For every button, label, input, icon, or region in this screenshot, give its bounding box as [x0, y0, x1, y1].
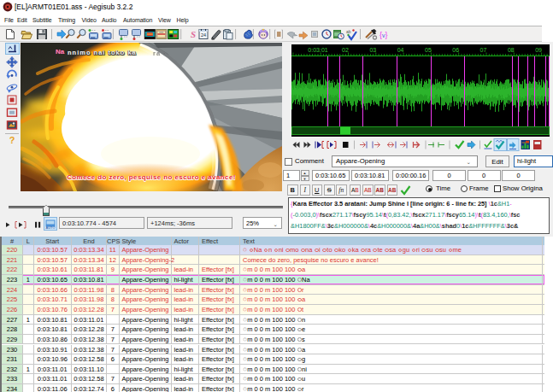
svg-text:03: 03: [369, 47, 376, 53]
svg-text:S: S: [191, 29, 196, 39]
svg-text:ab: ab: [346, 29, 351, 34]
svg-text:09: 09: [535, 47, 542, 53]
svg-text:0:03:01: 0:03:01: [308, 47, 327, 53]
svg-text:AUTO: AUTO: [45, 225, 55, 230]
svg-text:{v}: {v}: [379, 31, 388, 39]
svg-text:06: 06: [452, 47, 459, 53]
svg-text:?: ?: [9, 135, 15, 145]
svg-text:02: 02: [342, 47, 349, 53]
svg-text:05: 05: [425, 47, 432, 53]
svg-text:24: 24: [201, 32, 206, 38]
svg-text:04: 04: [397, 47, 404, 53]
svg-text:08: 08: [508, 47, 515, 53]
svg-text:07: 07: [480, 47, 487, 53]
